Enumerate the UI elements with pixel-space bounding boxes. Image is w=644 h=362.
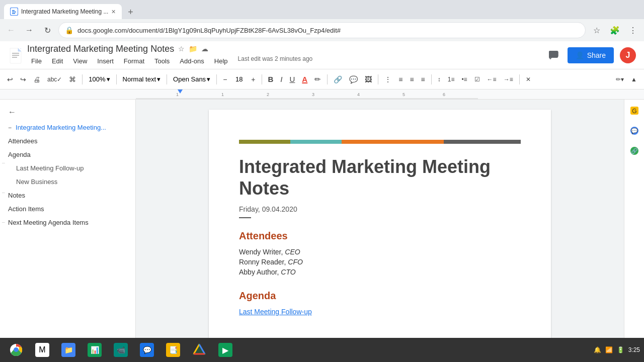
comments-button[interactable] xyxy=(545,47,561,63)
taskbar-gmail-icon[interactable]: M xyxy=(30,338,54,362)
print-button[interactable]: 🖨 xyxy=(30,72,43,86)
document-area[interactable]: Integrated Marketing Meeting Notes Frida… xyxy=(136,100,624,362)
star-icon[interactable]: ☆ xyxy=(178,45,185,53)
sidebar-back-button[interactable]: ← xyxy=(0,104,135,121)
lock-icon: 🔒 xyxy=(65,26,73,34)
checklist-button[interactable]: ☑ xyxy=(471,72,483,86)
menu-tools[interactable]: Tools xyxy=(150,55,174,67)
sidebar-item-integrated-meeting[interactable]: − Integrated Marketing Meeting... xyxy=(0,121,135,134)
spellcheck-button[interactable]: abc✓ xyxy=(44,72,65,86)
extension-button[interactable]: 🧩 xyxy=(608,23,622,37)
document-title[interactable]: Intergrated Marketing Meeting Notes xyxy=(27,44,174,54)
font-dropdown[interactable]: Open Sans ▾ xyxy=(170,72,213,86)
taskbar-playstore-icon[interactable]: ▶ xyxy=(213,338,237,362)
browser-menu-button[interactable]: ⋮ xyxy=(626,23,640,37)
undo-button[interactable]: ↩ xyxy=(4,72,16,86)
font-size-increase-button[interactable]: + xyxy=(248,72,258,86)
cloud-icon[interactable]: ☁ xyxy=(201,45,208,53)
links-icon[interactable]: 🔗 xyxy=(627,144,641,158)
font-size-input[interactable]: 18 xyxy=(231,72,247,86)
svg-text:🔗: 🔗 xyxy=(631,147,638,154)
taskbar-files-icon[interactable]: 📁 xyxy=(56,338,80,362)
align-center-button[interactable]: ≡ xyxy=(395,72,406,86)
menu-view[interactable]: View xyxy=(69,55,91,67)
tab-close-button[interactable]: × xyxy=(111,8,115,16)
sidebar-item-action-items[interactable]: Action Items xyxy=(0,202,135,216)
svg-text:2: 2 xyxy=(267,92,269,97)
chat-right-icon[interactable]: 💬 xyxy=(627,124,641,138)
back-arrow-icon: ← xyxy=(8,108,16,117)
style-dropdown[interactable]: Normal text ▾ xyxy=(120,72,164,86)
time-display: 3:25 xyxy=(628,346,640,353)
active-tab[interactable]: Intergrated Marketing Meeting ... × xyxy=(4,4,122,19)
user-avatar[interactable]: J xyxy=(620,47,636,63)
font-chevron-icon: ▾ xyxy=(207,75,210,83)
collapse-icon: − xyxy=(8,124,12,131)
link-button[interactable]: 🔗 xyxy=(331,72,345,86)
zoom-chevron-icon: ▾ xyxy=(107,75,110,83)
text-color-button[interactable]: A xyxy=(299,72,310,86)
docs-logo-icon xyxy=(8,46,23,64)
indent-more-button[interactable]: →≡ xyxy=(501,72,516,86)
sidebar-item-notes[interactable]: Notes xyxy=(0,189,135,202)
address-bar[interactable]: 🔒 docs.google.com/document/d/1BlgY1g09nL… xyxy=(58,22,586,38)
menu-help[interactable]: Help xyxy=(210,55,232,67)
ruler: 1 1 2 3 4 5 6 xyxy=(0,89,644,100)
svg-text:💬: 💬 xyxy=(631,127,638,134)
line-spacing-button[interactable]: ↕ xyxy=(435,72,444,86)
justify-button[interactable]: ≡ xyxy=(418,72,428,86)
sidebar-item-next-meeting-agenda[interactable]: Next Meeting Agenda Items xyxy=(0,216,135,229)
comment-insert-button[interactable]: 💬 xyxy=(346,72,361,86)
taskbar-chat-icon[interactable]: 💬 xyxy=(135,338,159,362)
sidebar-item-new-business[interactable]: New Business xyxy=(0,175,135,189)
svg-text:G: G xyxy=(632,108,636,115)
taskbar-meet-icon[interactable]: 📹 xyxy=(109,338,133,362)
color-bar xyxy=(239,140,521,144)
forward-button[interactable]: → xyxy=(22,23,36,37)
highlight-button[interactable]: ✏ xyxy=(311,72,324,86)
agenda-sub-item[interactable]: Last Meeting Follow-up xyxy=(239,308,521,316)
taskbar-sheets-icon[interactable]: 📊 xyxy=(83,338,107,362)
menu-format[interactable]: Format xyxy=(120,55,148,67)
separator-2 xyxy=(116,74,117,84)
redo-button[interactable]: ↪ xyxy=(17,72,29,86)
image-button[interactable]: 🖼 xyxy=(362,72,375,86)
back-button[interactable]: ← xyxy=(4,23,18,37)
italic-button[interactable]: I xyxy=(277,72,285,86)
bookmark-button[interactable]: ☆ xyxy=(590,23,604,37)
bullet-list-button[interactable]: •≡ xyxy=(458,72,470,86)
color-segment-4 xyxy=(444,140,521,144)
attendee-3: Abby Author, CTO xyxy=(239,268,521,276)
editing-dropdown[interactable]: ✏▾ xyxy=(613,72,627,86)
reload-button[interactable]: ↻ xyxy=(40,23,54,37)
clear-formatting-button[interactable]: ✕ xyxy=(523,72,534,86)
numbered-list-button[interactable]: 1≡ xyxy=(445,72,458,86)
taskbar-slides-icon[interactable]: 📑 xyxy=(161,338,185,362)
separator-6 xyxy=(327,74,328,84)
indent-less-button[interactable]: ←≡ xyxy=(484,72,500,86)
menu-addons[interactable]: Add-ons xyxy=(176,55,208,67)
menu-edit[interactable]: Edit xyxy=(48,55,67,67)
sidebar-item-last-meeting-followup[interactable]: Last Meeting Follow-up xyxy=(0,161,135,175)
underline-button[interactable]: U xyxy=(287,72,298,86)
separator-1 xyxy=(82,74,83,84)
format-paint-button[interactable]: ⌘ xyxy=(66,72,79,86)
document-heading: Integrated Marketing Meeting Notes xyxy=(239,156,521,199)
menu-insert[interactable]: Insert xyxy=(93,55,118,67)
share-button[interactable]: 👤 Share xyxy=(568,47,614,63)
assistant-icon[interactable]: G xyxy=(627,104,641,118)
align-left-button[interactable]: ⋮ xyxy=(381,72,394,86)
taskbar-drive-icon[interactable] xyxy=(187,338,211,362)
sidebar-item-agenda[interactable]: Agenda xyxy=(0,148,135,161)
menu-file[interactable]: File xyxy=(27,55,46,67)
align-right-button[interactable]: ≡ xyxy=(407,72,417,86)
zoom-dropdown[interactable]: 100% ▾ xyxy=(86,72,113,86)
expand-button[interactable]: ▲ xyxy=(628,72,640,86)
sidebar-item-attendees[interactable]: Attendees xyxy=(0,134,135,148)
new-tab-button[interactable]: + xyxy=(124,5,138,19)
svg-point-25 xyxy=(14,348,18,352)
font-size-decrease-button[interactable]: − xyxy=(220,72,230,86)
taskbar-chrome-icon[interactable] xyxy=(4,338,28,362)
bold-button[interactable]: B xyxy=(265,72,277,86)
folder-icon[interactable]: 📁 xyxy=(189,45,197,53)
